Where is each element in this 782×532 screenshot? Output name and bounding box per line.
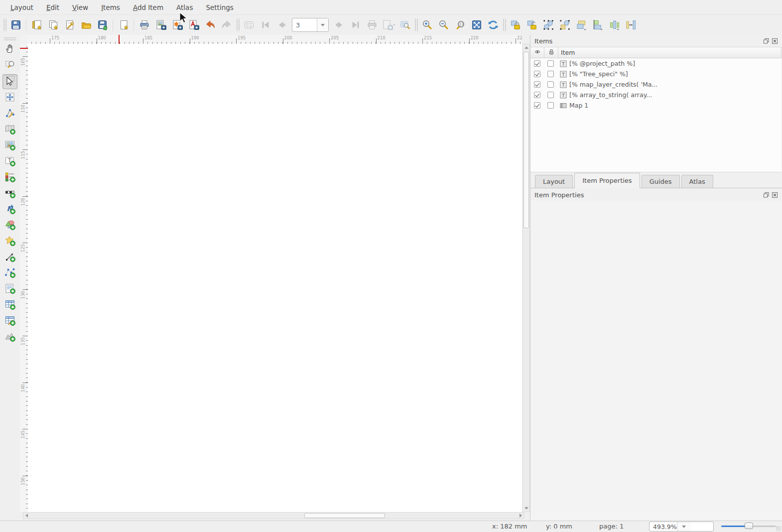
- select-move-item-tool-button[interactable]: [2, 74, 17, 89]
- vertical-scrollbar-thumb[interactable]: [523, 52, 529, 228]
- add-attribute-table-button[interactable]: [3, 298, 17, 312]
- visibility-checkbox[interactable]: [534, 71, 540, 77]
- export-atlas-button[interactable]: [382, 18, 395, 32]
- menu-item[interactable]: Layout: [4, 1, 40, 14]
- atlas-preview-button[interactable]: [242, 18, 256, 32]
- raise-items-button[interactable]: [574, 18, 588, 32]
- save-template-button[interactable]: [96, 18, 109, 32]
- atlas-next-feature-button[interactable]: [332, 18, 346, 32]
- lock-checkbox[interactable]: [547, 81, 554, 88]
- lock-items-button[interactable]: [509, 18, 522, 32]
- open-template-button[interactable]: [79, 18, 93, 32]
- toolbar-drag-handle[interactable]: [236, 19, 240, 31]
- dock-tab[interactable]: Guides: [642, 175, 680, 188]
- add-fixed-table-button[interactable]: [3, 314, 17, 328]
- export-image-button[interactable]: [154, 18, 167, 32]
- horizontal-scrollbar[interactable]: [23, 512, 524, 519]
- zoom-tool-button[interactable]: [3, 58, 17, 72]
- visibility-checkbox[interactable]: [534, 81, 540, 88]
- close-panel-button[interactable]: [772, 192, 778, 198]
- atlas-last-feature-button[interactable]: [349, 18, 362, 32]
- refresh-view-button[interactable]: [486, 18, 500, 32]
- add-picture-button[interactable]: [3, 139, 17, 153]
- dock-tab[interactable]: Layout: [535, 175, 573, 188]
- atlas-page-combobox[interactable]: 3: [292, 18, 329, 32]
- unlock-items-button[interactable]: [525, 18, 538, 32]
- print-atlas-button[interactable]: [365, 18, 379, 32]
- pan-tool-button[interactable]: [3, 42, 17, 56]
- ungroup-items-button[interactable]: [558, 18, 571, 32]
- scroll-left-button[interactable]: [23, 513, 29, 519]
- horizontal-scrollbar-thumb[interactable]: [304, 513, 385, 518]
- zoom-actual-size-button[interactable]: 1:1: [453, 18, 467, 32]
- menu-item[interactable]: Atlas: [170, 1, 199, 14]
- edit-nodes-item-tool-button[interactable]: [3, 107, 17, 121]
- toolbar-drag-handle[interactable]: [2, 19, 6, 31]
- lock-checkbox[interactable]: [547, 92, 554, 98]
- window-resize-grip[interactable]: [776, 526, 781, 531]
- add-elevation-profile-button[interactable]: [3, 330, 17, 344]
- save-project-button[interactable]: [9, 18, 22, 32]
- dock-tab[interactable]: Atlas: [681, 175, 713, 188]
- table-row[interactable]: Map 1: [530, 100, 782, 111]
- group-items-button[interactable]: [541, 18, 555, 32]
- dock-tab[interactable]: Item Properties: [574, 173, 640, 188]
- add-marker-button[interactable]: [3, 235, 17, 249]
- zoom-level-value[interactable]: 493.9%: [650, 522, 677, 531]
- resize-items-button[interactable]: [624, 18, 637, 32]
- add-html-button[interactable]: [3, 282, 17, 296]
- menu-item[interactable]: Edit: [40, 1, 66, 14]
- visibility-checkbox[interactable]: [534, 92, 540, 98]
- atlas-settings-button[interactable]: [398, 18, 411, 32]
- visibility-checkbox[interactable]: [534, 60, 540, 67]
- print-layout-button[interactable]: [137, 18, 151, 32]
- layout-manager-button[interactable]: [63, 18, 76, 32]
- scroll-up-button[interactable]: [523, 44, 529, 51]
- close-panel-button[interactable]: [772, 38, 778, 44]
- table-row[interactable]: T [% "Tree_speci" %]: [530, 69, 782, 79]
- zoom-in-button[interactable]: [420, 18, 434, 32]
- layout-canvas-page[interactable]: [28, 44, 522, 512]
- add-arrow-button[interactable]: [3, 251, 17, 265]
- toolbar-drag-handle[interactable]: [502, 19, 506, 31]
- vertical-scrollbar[interactable]: [522, 44, 530, 512]
- toolbar-drag-handle[interactable]: [4, 36, 16, 40]
- visibility-checkbox[interactable]: [534, 102, 540, 109]
- scroll-down-button[interactable]: [523, 505, 529, 512]
- move-item-content-tool-button[interactable]: [3, 91, 17, 105]
- lock-checkbox[interactable]: [547, 102, 554, 109]
- float-panel-button[interactable]: [763, 192, 770, 198]
- add-pages-button[interactable]: [117, 18, 130, 32]
- menu-item[interactable]: Settings: [199, 1, 240, 14]
- visibility-column-header[interactable]: [530, 47, 544, 58]
- distribute-items-button[interactable]: [607, 18, 621, 32]
- add-node-item-button[interactable]: [3, 266, 17, 280]
- float-panel-button[interactable]: [763, 38, 770, 44]
- add-label-button[interactable]: T: [3, 155, 17, 169]
- export-svg-button[interactable]: [170, 18, 184, 32]
- add-north-arrow-button[interactable]: N: [3, 203, 17, 217]
- new-layout-button[interactable]: [30, 18, 43, 32]
- lock-checkbox[interactable]: [547, 71, 554, 77]
- zoom-full-button[interactable]: [470, 18, 483, 32]
- zoom-out-button[interactable]: [437, 18, 450, 32]
- menu-item[interactable]: Add Item: [127, 1, 170, 14]
- menu-item[interactable]: View: [66, 1, 95, 14]
- add-map-button[interactable]: [3, 123, 17, 137]
- redo-button[interactable]: [220, 18, 233, 32]
- add-scalebar-button[interactable]: [3, 187, 17, 201]
- lock-column-header[interactable]: [544, 47, 558, 58]
- export-pdf-button[interactable]: [187, 18, 200, 32]
- add-shape-button[interactable]: [3, 219, 17, 233]
- scroll-right-button[interactable]: [518, 513, 523, 519]
- atlas-page-dropdown-button[interactable]: [317, 18, 328, 31]
- lock-checkbox[interactable]: [547, 60, 554, 67]
- table-row[interactable]: T [% @project_path %]: [530, 58, 782, 69]
- toolbar-drag-handle[interactable]: [414, 19, 418, 31]
- zoom-level-dropdown-button[interactable]: [677, 522, 691, 531]
- table-row[interactable]: T [% map_layer_credits( 'Ma...: [530, 79, 782, 90]
- undo-button[interactable]: [203, 18, 217, 32]
- table-row[interactable]: T [% array_to_string( array...: [530, 90, 782, 100]
- zoom-level-combobox[interactable]: 493.9%: [649, 522, 714, 532]
- zoom-slider-handle[interactable]: [745, 523, 753, 529]
